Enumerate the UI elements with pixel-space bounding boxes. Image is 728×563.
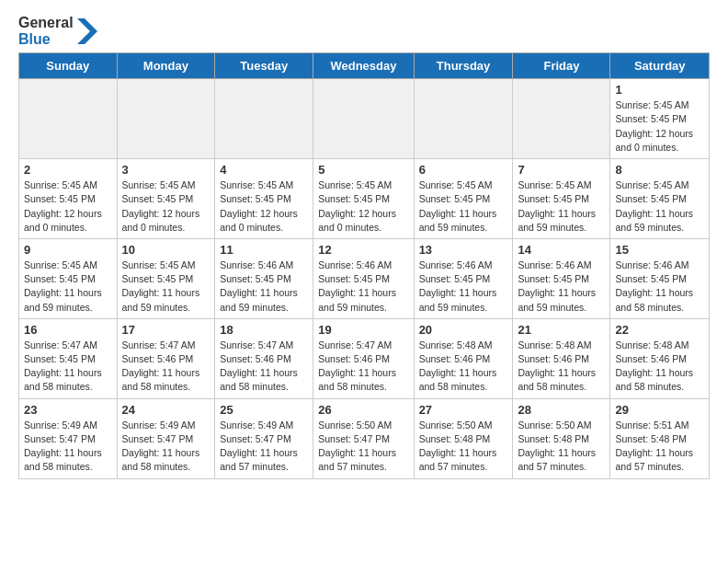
day-info: Sunrise: 5:46 AMSunset: 5:45 PMDaylight:… [615,259,704,315]
day-number: 11 [220,243,308,257]
calendar-day-cell: 4Sunrise: 5:45 AMSunset: 5:45 PMDaylight… [215,159,313,239]
day-number: 28 [518,403,605,417]
day-number: 13 [419,243,508,257]
day-info: Sunrise: 5:45 AMSunset: 5:45 PMDaylight:… [518,178,605,235]
day-info: Sunrise: 5:48 AMSunset: 5:46 PMDaylight:… [419,339,508,395]
logo-container: GeneralBlue [18,15,97,47]
day-number: 15 [615,243,704,257]
calendar-day-cell [117,79,215,159]
calendar-day-cell: 24Sunrise: 5:49 AMSunset: 5:47 PMDayligh… [117,398,215,478]
logo-text-general: GeneralBlue [18,15,74,47]
calendar-day-cell: 10Sunrise: 5:45 AMSunset: 5:45 PMDayligh… [117,238,215,318]
day-info: Sunrise: 5:50 AMSunset: 5:48 PMDaylight:… [419,419,508,475]
calendar-day-cell: 11Sunrise: 5:46 AMSunset: 5:45 PMDayligh… [215,238,313,318]
calendar-day-cell: 3Sunrise: 5:45 AMSunset: 5:45 PMDaylight… [117,159,215,239]
weekday-header-saturday: Saturday [610,53,710,79]
day-number: 5 [318,163,408,177]
calendar-week-row: 23Sunrise: 5:49 AMSunset: 5:47 PMDayligh… [19,398,710,478]
calendar-day-cell [414,79,513,159]
day-info: Sunrise: 5:50 AMSunset: 5:48 PMDaylight:… [518,419,605,475]
day-info: Sunrise: 5:51 AMSunset: 5:48 PMDaylight:… [615,419,704,475]
calendar-day-cell [19,79,118,159]
calendar-day-cell: 26Sunrise: 5:50 AMSunset: 5:47 PMDayligh… [313,398,414,478]
calendar-day-cell: 17Sunrise: 5:47 AMSunset: 5:46 PMDayligh… [117,318,215,398]
day-number: 14 [518,243,605,257]
calendar-day-cell: 20Sunrise: 5:48 AMSunset: 5:46 PMDayligh… [414,318,513,398]
day-info: Sunrise: 5:47 AMSunset: 5:46 PMDaylight:… [122,339,210,395]
logo-chevron-icon [77,18,97,44]
weekday-header-monday: Monday [117,53,215,79]
day-number: 21 [518,323,605,337]
calendar-day-cell: 16Sunrise: 5:47 AMSunset: 5:45 PMDayligh… [19,318,118,398]
day-number: 8 [615,163,704,177]
day-number: 10 [122,243,210,257]
day-info: Sunrise: 5:45 AMSunset: 5:45 PMDaylight:… [122,178,210,235]
calendar-day-cell: 8Sunrise: 5:45 AMSunset: 5:45 PMDaylight… [610,159,710,239]
calendar-day-cell: 25Sunrise: 5:49 AMSunset: 5:47 PMDayligh… [215,398,313,478]
calendar-day-cell: 23Sunrise: 5:49 AMSunset: 5:47 PMDayligh… [19,398,118,478]
calendar-day-cell: 21Sunrise: 5:48 AMSunset: 5:46 PMDayligh… [513,318,610,398]
weekday-header-friday: Friday [513,53,610,79]
day-number: 1 [615,83,704,97]
day-number: 6 [419,163,508,177]
day-number: 3 [122,163,210,177]
day-info: Sunrise: 5:45 AMSunset: 5:45 PMDaylight:… [24,259,112,315]
logo: GeneralBlue [18,15,97,47]
day-info: Sunrise: 5:48 AMSunset: 5:46 PMDaylight:… [518,339,605,395]
calendar-day-cell: 13Sunrise: 5:46 AMSunset: 5:45 PMDayligh… [414,238,513,318]
calendar-day-cell [513,79,610,159]
calendar-week-row: 2Sunrise: 5:45 AMSunset: 5:45 PMDaylight… [19,159,710,239]
calendar-day-cell: 28Sunrise: 5:50 AMSunset: 5:48 PMDayligh… [513,398,610,478]
calendar-day-cell: 29Sunrise: 5:51 AMSunset: 5:48 PMDayligh… [610,398,710,478]
day-number: 22 [615,323,704,337]
calendar-day-cell: 22Sunrise: 5:48 AMSunset: 5:46 PMDayligh… [610,318,710,398]
page-header: GeneralBlue [18,15,710,47]
calendar-day-cell: 1Sunrise: 5:45 AMSunset: 5:45 PMDaylight… [610,79,710,159]
day-number: 12 [318,243,408,257]
day-info: Sunrise: 5:49 AMSunset: 5:47 PMDaylight:… [24,419,112,475]
calendar-day-cell: 7Sunrise: 5:45 AMSunset: 5:45 PMDaylight… [513,159,610,239]
day-info: Sunrise: 5:45 AMSunset: 5:45 PMDaylight:… [419,178,508,235]
calendar-day-cell: 9Sunrise: 5:45 AMSunset: 5:45 PMDaylight… [19,238,118,318]
svg-marker-0 [77,18,97,44]
day-info: Sunrise: 5:46 AMSunset: 5:45 PMDaylight:… [518,259,605,315]
day-number: 7 [518,163,605,177]
day-number: 19 [318,323,408,337]
day-number: 17 [122,323,210,337]
day-number: 23 [24,403,112,417]
day-info: Sunrise: 5:46 AMSunset: 5:45 PMDaylight:… [419,259,508,315]
day-number: 25 [220,403,308,417]
weekday-header-wednesday: Wednesday [313,53,414,79]
day-number: 29 [615,403,704,417]
calendar-day-cell: 19Sunrise: 5:47 AMSunset: 5:46 PMDayligh… [313,318,414,398]
calendar-day-cell: 5Sunrise: 5:45 AMSunset: 5:45 PMDaylight… [313,159,414,239]
day-info: Sunrise: 5:45 AMSunset: 5:45 PMDaylight:… [122,259,210,315]
day-info: Sunrise: 5:47 AMSunset: 5:45 PMDaylight:… [24,339,112,395]
weekday-header-tuesday: Tuesday [215,53,313,79]
day-info: Sunrise: 5:45 AMSunset: 5:45 PMDaylight:… [318,178,408,235]
calendar-week-row: 9Sunrise: 5:45 AMSunset: 5:45 PMDaylight… [19,238,710,318]
weekday-header-thursday: Thursday [414,53,513,79]
calendar-week-row: 1Sunrise: 5:45 AMSunset: 5:45 PMDaylight… [19,79,710,159]
weekday-header-row: SundayMondayTuesdayWednesdayThursdayFrid… [19,53,710,79]
calendar-table: SundayMondayTuesdayWednesdayThursdayFrid… [18,52,710,478]
day-info: Sunrise: 5:49 AMSunset: 5:47 PMDaylight:… [122,419,210,475]
day-info: Sunrise: 5:46 AMSunset: 5:45 PMDaylight:… [220,259,308,315]
calendar-day-cell: 12Sunrise: 5:46 AMSunset: 5:45 PMDayligh… [313,238,414,318]
calendar-day-cell: 14Sunrise: 5:46 AMSunset: 5:45 PMDayligh… [513,238,610,318]
day-number: 27 [419,403,508,417]
day-info: Sunrise: 5:46 AMSunset: 5:45 PMDaylight:… [318,259,408,315]
calendar-day-cell: 6Sunrise: 5:45 AMSunset: 5:45 PMDaylight… [414,159,513,239]
day-info: Sunrise: 5:45 AMSunset: 5:45 PMDaylight:… [24,178,112,235]
weekday-header-sunday: Sunday [19,53,118,79]
day-info: Sunrise: 5:48 AMSunset: 5:46 PMDaylight:… [615,339,704,395]
day-info: Sunrise: 5:45 AMSunset: 5:45 PMDaylight:… [615,178,704,235]
day-info: Sunrise: 5:50 AMSunset: 5:47 PMDaylight:… [318,419,408,475]
day-info: Sunrise: 5:45 AMSunset: 5:45 PMDaylight:… [615,98,704,155]
day-info: Sunrise: 5:45 AMSunset: 5:45 PMDaylight:… [220,178,308,235]
day-info: Sunrise: 5:47 AMSunset: 5:46 PMDaylight:… [220,339,308,395]
day-info: Sunrise: 5:47 AMSunset: 5:46 PMDaylight:… [318,339,408,395]
day-number: 9 [24,243,112,257]
day-number: 2 [24,163,112,177]
day-number: 24 [122,403,210,417]
